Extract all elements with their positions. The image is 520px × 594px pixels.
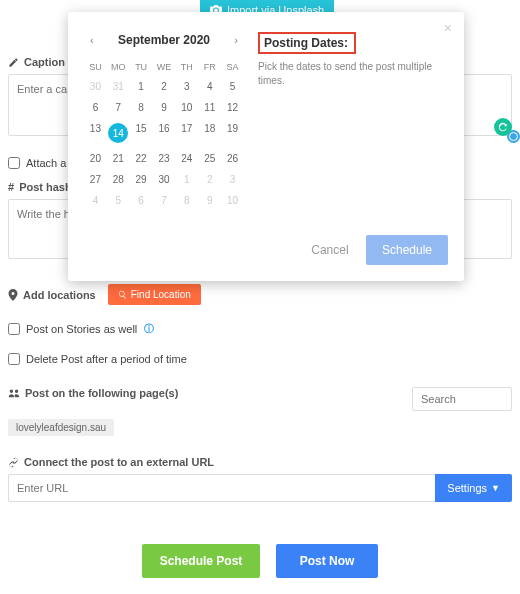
stories-checkbox[interactable]	[8, 323, 20, 335]
calendar-day[interactable]: 6	[84, 97, 107, 118]
link-icon	[8, 457, 19, 468]
calendar-day[interactable]: 1	[130, 76, 153, 97]
calendar-day[interactable]: 18	[198, 118, 221, 148]
calendar-day[interactable]: 24	[175, 148, 198, 169]
calendar-day[interactable]: 12	[221, 97, 244, 118]
calendar-day: 2	[198, 169, 221, 190]
external-url-label: Connect the post to an external URL	[8, 456, 512, 468]
posting-dates-highlight: Posting Dates:	[258, 32, 356, 54]
search-icon	[118, 290, 127, 299]
find-location-button[interactable]: Find Location	[108, 284, 201, 305]
calendar-day[interactable]: 3	[175, 76, 198, 97]
prev-month-button[interactable]: ‹	[86, 32, 98, 48]
calendar-dow: SU	[84, 58, 107, 76]
schedule-modal: × ‹ September 2020 › SUMOTUWETHFRSA 3031…	[68, 12, 464, 281]
calendar-day[interactable]: 9	[153, 97, 176, 118]
calendar-day[interactable]: 10	[175, 97, 198, 118]
calendar-day[interactable]: 8	[130, 97, 153, 118]
posting-dates-hint: Pick the dates to send the post multiple…	[258, 60, 448, 88]
calendar-day[interactable]: 5	[221, 76, 244, 97]
pages-label: Post on the following page(s)	[8, 387, 178, 399]
schedule-post-button[interactable]: Schedule Post	[142, 544, 261, 578]
calendar-day[interactable]: 29	[130, 169, 153, 190]
calendar-day[interactable]: 23	[153, 148, 176, 169]
pin-icon	[8, 289, 18, 301]
calendar-dow: TU	[130, 58, 153, 76]
calendar-dow: MO	[107, 58, 130, 76]
calendar: ‹ September 2020 › SUMOTUWETHFRSA 303112…	[84, 26, 244, 211]
calendar-day[interactable]: 28	[107, 169, 130, 190]
calendar-day: 30	[84, 76, 107, 97]
calendar-day[interactable]: 14	[107, 118, 130, 148]
calendar-dow: TH	[175, 58, 198, 76]
calendar-day[interactable]: 22	[130, 148, 153, 169]
calendar-day: 3	[221, 169, 244, 190]
info-icon[interactable]: ⓘ	[143, 323, 155, 335]
edit-icon	[8, 57, 19, 68]
calendar-day[interactable]: 21	[107, 148, 130, 169]
calendar-dow: FR	[198, 58, 221, 76]
pages-search-input[interactable]	[412, 387, 512, 411]
calendar-day[interactable]: 19	[221, 118, 244, 148]
calendar-day[interactable]: 16	[153, 118, 176, 148]
post-now-button[interactable]: Post Now	[276, 544, 379, 578]
external-url-input[interactable]	[8, 474, 435, 502]
schedule-button[interactable]: Schedule	[366, 235, 448, 265]
cancel-button[interactable]: Cancel	[311, 243, 348, 257]
delete-after-checkbox[interactable]	[8, 353, 20, 365]
caret-down-icon: ▼	[491, 483, 500, 493]
calendar-day: 1	[175, 169, 198, 190]
users-icon	[8, 388, 20, 398]
calendar-day: 8	[175, 190, 198, 211]
calendar-day[interactable]: 4	[198, 76, 221, 97]
calendar-day[interactable]: 11	[198, 97, 221, 118]
calendar-day[interactable]: 26	[221, 148, 244, 169]
calendar-day[interactable]: 7	[107, 97, 130, 118]
calendar-day[interactable]: 15	[130, 118, 153, 148]
calendar-dow: WE	[153, 58, 176, 76]
calendar-day: 5	[107, 190, 130, 211]
calendar-day: 9	[198, 190, 221, 211]
calendar-day: 6	[130, 190, 153, 211]
delete-after-label: Delete Post after a period of time	[26, 353, 187, 365]
calendar-day: 31	[107, 76, 130, 97]
page-tag[interactable]: lovelyleafdesign.sau	[8, 419, 114, 436]
posting-dates-title: Posting Dates:	[264, 36, 348, 50]
close-icon[interactable]: ×	[444, 20, 452, 36]
calendar-day[interactable]: 13	[84, 118, 107, 148]
calendar-day[interactable]: 25	[198, 148, 221, 169]
url-settings-button[interactable]: Settings ▼	[435, 474, 512, 502]
calendar-day: 7	[153, 190, 176, 211]
calendar-day[interactable]: 17	[175, 118, 198, 148]
locations-label: Add locations	[8, 289, 96, 301]
next-month-button[interactable]: ›	[230, 32, 242, 48]
calendar-day[interactable]: 20	[84, 148, 107, 169]
calendar-dow: SA	[221, 58, 244, 76]
calendar-day: 4	[84, 190, 107, 211]
grammarly-badge[interactable]	[494, 118, 512, 136]
calendar-day: 10	[221, 190, 244, 211]
calendar-day[interactable]: 30	[153, 169, 176, 190]
attach-product-checkbox[interactable]	[8, 157, 20, 169]
hash-icon: #	[8, 181, 14, 193]
calendar-day[interactable]: 2	[153, 76, 176, 97]
calendar-month-label: September 2020	[118, 33, 210, 47]
stories-label: Post on Stories as well	[26, 323, 137, 335]
grammarly-icon	[498, 122, 508, 132]
calendar-day[interactable]: 27	[84, 169, 107, 190]
